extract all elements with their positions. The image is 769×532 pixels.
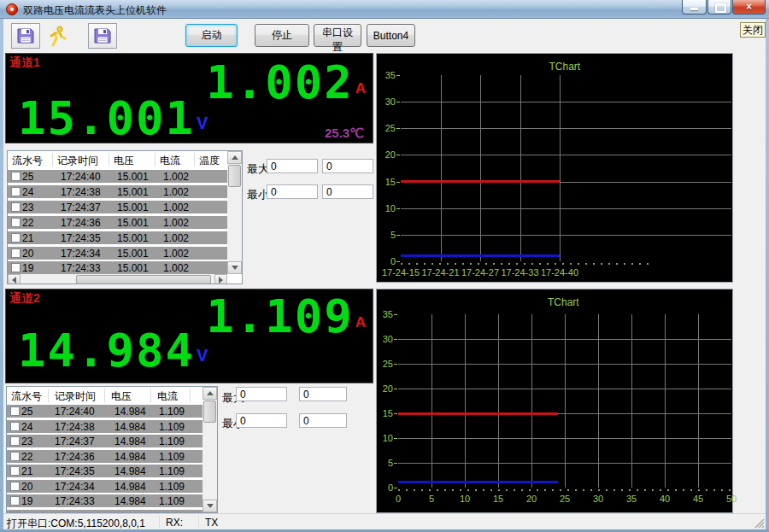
horizontal-scrollbar[interactable] [8, 274, 227, 284]
y-axis-label: 10 [375, 203, 396, 213]
resize-grip[interactable] [754, 517, 765, 529]
y-axis-tick [396, 261, 400, 262]
scroll-up-button[interactable] [227, 151, 242, 164]
column-header[interactable]: 流水号 [11, 389, 42, 404]
channel2-voltage: 14.984 V [18, 329, 208, 372]
close-icon: × [733, 1, 765, 13]
column-header[interactable]: 电流 [157, 389, 178, 404]
scroll-down-button[interactable] [227, 261, 242, 274]
table-row[interactable]: 2317:24:3715.0011.002 [8, 201, 227, 213]
table-cell: 1.002 [163, 171, 189, 183]
ch2-max-input-2[interactable] [299, 387, 347, 401]
scroll-left-button[interactable] [8, 274, 21, 284]
column-header[interactable]: 流水号 [12, 154, 43, 168]
row-checkbox[interactable] [11, 202, 21, 212]
channel2-label: 通道2 [9, 291, 40, 307]
table-cell: 1.002 [163, 186, 189, 198]
table-row[interactable]: 2117:24:3514.9841.109 [7, 465, 203, 477]
row-checkbox[interactable] [10, 452, 20, 461]
table-cell: 1.002 [163, 262, 189, 274]
scrollbar-thumb[interactable] [203, 400, 216, 423]
save-button-1[interactable] [11, 23, 40, 49]
ch2-min-input-1[interactable] [236, 413, 287, 428]
column-header[interactable]: 记录时间 [55, 389, 96, 404]
ch1-min-input-1[interactable] [267, 184, 318, 199]
scroll-right-button[interactable] [214, 274, 227, 284]
table-cell: 14.984 [114, 436, 146, 447]
row-checkbox[interactable] [11, 172, 21, 181]
row-checkbox[interactable] [10, 422, 20, 431]
minimize-button[interactable] [682, 0, 707, 15]
run-button[interactable] [42, 23, 73, 49]
button4[interactable]: Button4 [367, 24, 415, 47]
save-button-2[interactable] [88, 23, 117, 49]
maximize-button[interactable] [707, 0, 731, 15]
serial-settings-button[interactable]: 串口设置 [314, 24, 361, 47]
row-checkbox[interactable] [10, 436, 20, 446]
table-row[interactable]: 2217:24:3615.0011.002 [8, 216, 227, 229]
vertical-scrollbar[interactable] [203, 387, 217, 512]
vertical-scrollbar[interactable] [227, 151, 242, 274]
table-cell: 19 [22, 262, 33, 274]
row-checkbox[interactable] [11, 218, 21, 227]
row-checkbox[interactable] [10, 482, 20, 491]
close-app-button[interactable]: 关闭 [740, 22, 766, 38]
table-row[interactable]: 2417:24:3815.0011.002 [8, 185, 227, 198]
scrollbar-thumb[interactable] [228, 165, 241, 187]
table-row[interactable]: 2517:24:4015.0011.002 [8, 170, 227, 183]
table-row[interactable]: 2217:24:3614.9841.109 [7, 450, 203, 463]
ch1-max-input-2[interactable] [322, 159, 373, 173]
titlebar[interactable]: 双路电压电流流表头上位机软件 [0, 0, 769, 19]
row-checkbox[interactable] [10, 466, 20, 476]
y-axis-tick [394, 339, 397, 340]
stop-button[interactable]: 停止 [255, 24, 309, 47]
channel1-table[interactable]: 流水号记录时间电压电流温度2517:24:4015.0011.0022417:2… [7, 150, 243, 284]
row-checkbox[interactable] [11, 187, 21, 196]
gridline [665, 314, 666, 488]
table-row[interactable]: 2017:24:3415.0011.002 [8, 247, 227, 260]
column-header[interactable]: 温度 [199, 154, 220, 168]
table-row[interactable]: 1917:24:3314.9841.109 [7, 494, 203, 507]
ch2-max-input-1[interactable] [236, 387, 287, 401]
row-checkbox[interactable] [10, 496, 20, 506]
table-row[interactable]: 2517:24:4014.9841.109 [7, 405, 203, 418]
channel1-voltage: 15.001 V [18, 96, 208, 140]
table-row[interactable]: 2417:24:3814.9841.109 [7, 420, 203, 433]
header-divider [109, 153, 109, 167]
ch1-min-input-2[interactable] [322, 184, 373, 199]
channel2-table[interactable]: 流水号记录时间电压电流2517:24:4014.9841.1092417:24:… [6, 386, 218, 513]
ch2-min-input-2[interactable] [299, 413, 347, 428]
table-row[interactable]: 1917:24:3315.0011.002 [8, 261, 227, 274]
table-row[interactable]: 2117:24:3515.0011.002 [8, 231, 227, 244]
header-divider [194, 153, 195, 167]
channel1-voltage-value: 15.001 [18, 96, 195, 140]
close-button[interactable]: × [732, 0, 766, 15]
row-checkbox[interactable] [11, 248, 21, 258]
y-axis-label: 0 [373, 482, 393, 493]
status-tx-label: TX [205, 517, 218, 529]
row-checkbox[interactable] [11, 263, 21, 272]
table-row[interactable]: 2017:24:3414.9841.109 [7, 480, 203, 493]
scrollbar-thumb[interactable] [76, 275, 211, 284]
row-checkbox[interactable] [11, 233, 21, 243]
arrow-up-icon [232, 155, 238, 160]
y-axis-label: 20 [375, 149, 396, 160]
y-axis-tick [396, 208, 400, 209]
table-row[interactable]: 2317:24:3714.9841.109 [7, 435, 203, 447]
channel2-voltage-value: 14.984 [18, 329, 195, 372]
row-checkbox[interactable] [10, 406, 20, 416]
table-cell: 24 [21, 421, 32, 433]
header-divider [104, 389, 105, 402]
scroll-up-button[interactable] [203, 387, 217, 400]
column-header[interactable]: 电压 [114, 154, 134, 168]
ch1-max-input-1[interactable] [267, 159, 318, 173]
column-header[interactable]: 电流 [160, 154, 180, 168]
x-axis-label: 50 [707, 494, 755, 504]
column-header[interactable]: 记录时间 [57, 154, 98, 168]
table-cell: 23 [22, 202, 33, 213]
column-header[interactable]: 电压 [111, 389, 132, 404]
table-cell: 1.109 [159, 436, 185, 447]
channel1-display: 通道1 1.002 A 15.001 V 25.3℃ [5, 53, 373, 143]
start-button[interactable]: 启动 [185, 24, 238, 47]
scroll-down-button[interactable] [203, 500, 217, 512]
